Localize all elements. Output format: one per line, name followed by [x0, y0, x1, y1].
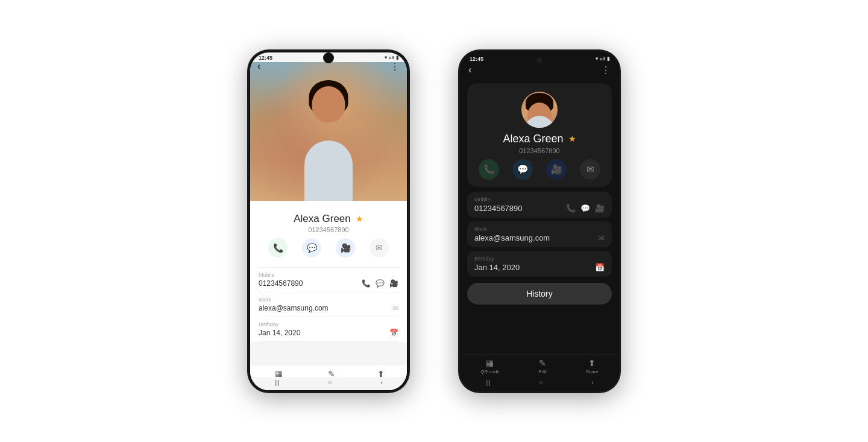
mail-button-dark[interactable]: ✉: [580, 159, 600, 180]
home-nav-dark[interactable]: ○: [539, 379, 543, 386]
message-button-dark[interactable]: 💬: [512, 159, 533, 180]
contact-header-light: Alexa Green ★ 01234567890 📞 💬 🎥 ✉: [259, 207, 398, 268]
top-bar-dark: ‹ ⋮: [461, 63, 618, 78]
home-nav-light[interactable]: ○: [328, 379, 332, 386]
status-icons-light: ▾ ull ▮: [385, 55, 398, 60]
mobile-detail-light: Mobile 01234567890 📞 💬 🎥: [259, 268, 398, 292]
work-detail-light: Work alexa@samsung.com ✉: [259, 292, 398, 317]
contact-name-dark: Alexa Green ★: [503, 133, 576, 145]
share-icon-dark: ⬆: [588, 358, 596, 368]
calendar-mini-dark: 📅: [595, 263, 605, 272]
call-button-dark[interactable]: 📞: [479, 159, 499, 180]
signal-icon: ull: [389, 55, 394, 60]
video-button-light[interactable]: 🎥: [336, 238, 355, 257]
edit-icon-dark: ✎: [539, 358, 546, 368]
qrcode-icon-dark: ▦: [486, 358, 494, 368]
favorite-star-dark[interactable]: ★: [568, 134, 576, 144]
battery-icon: ▮: [396, 55, 398, 60]
menu-nav-dark[interactable]: |||: [485, 379, 491, 386]
back-button-dark[interactable]: ‹: [468, 65, 471, 76]
msg-mini-icon-light[interactable]: 💬: [376, 279, 385, 288]
phone-dark: 12:45 ▾ ull ▮ ‹ ⋮ Alexa Green ★ 01234567…: [458, 49, 621, 393]
more-button-dark[interactable]: ⋮: [601, 65, 611, 76]
video-button-dark[interactable]: 🎥: [546, 159, 567, 180]
contact-content-light: Alexa Green ★ 01234567890 📞 💬 🎥 ✉ Mobile…: [250, 201, 407, 342]
back-button-light[interactable]: ‹: [257, 61, 260, 72]
battery-icon-dark: ▮: [607, 56, 609, 62]
birthday-detail-light: Birthday Jan 14, 2020 📅: [259, 317, 398, 342]
birthday-detail-dark: Birthday Jan 14, 2020 📅: [467, 251, 612, 277]
share-nav-dark[interactable]: ⬆ Share: [585, 358, 598, 374]
birthday-label-light: Birthday: [259, 321, 398, 327]
message-button-light[interactable]: 💬: [302, 238, 321, 257]
action-icons-light: 📞 💬 🎥 ✉: [268, 233, 389, 262]
call-mini-dark[interactable]: 📞: [566, 204, 576, 213]
call-mini-icon-light[interactable]: 📞: [362, 279, 371, 288]
work-value-dark: alexa@samsung.com: [474, 233, 550, 242]
back-nav-dark[interactable]: ‹: [591, 379, 594, 386]
bottom-nav-dark: ▦ QR code ✎ Edit ⬆ Share: [461, 354, 618, 377]
portrait-body: [304, 140, 353, 201]
menu-nav-light[interactable]: |||: [274, 379, 280, 386]
mobile-label-light: Mobile: [259, 272, 398, 278]
action-icons-dark: 📞 💬 🎥 ✉: [479, 159, 600, 180]
time-light: 12:45: [259, 55, 272, 61]
birthday-label-dark: Birthday: [474, 256, 605, 262]
calendar-mini-icon-light: 📅: [389, 329, 398, 337]
mobile-action-icons-light: 📞 💬 🎥: [362, 279, 398, 288]
contact-details-dark: Mobile 01234567890 📞 💬 🎥 Work alexa@sams…: [467, 192, 612, 277]
camera-dot-dark: [536, 57, 542, 63]
work-detail-dark: Work alexa@samsung.com ✉: [467, 221, 612, 247]
work-value-light: alexa@samsung.com: [259, 304, 329, 312]
msg-mini-dark[interactable]: 💬: [580, 204, 590, 213]
contact-photo-light: [250, 62, 407, 201]
mobile-label-dark: Mobile: [474, 197, 605, 203]
work-label-light: Work: [259, 297, 398, 303]
wifi-icon: ▾: [385, 55, 387, 60]
contact-phone-dark: 01234567890: [519, 147, 559, 154]
mail-button-light[interactable]: ✉: [370, 238, 389, 257]
mail-mini-icon-light[interactable]: ✉: [392, 304, 398, 312]
mobile-action-icons-dark: 📞 💬 🎥: [566, 204, 605, 213]
sys-nav-dark: ||| ○ ‹: [461, 377, 618, 390]
video-mini-dark[interactable]: 🎥: [595, 204, 605, 213]
portrait-head: [312, 86, 345, 122]
wifi-icon-dark: ▾: [596, 56, 598, 62]
mobile-value-light: 01234567890: [259, 279, 303, 288]
qrcode-nav-dark[interactable]: ▦ QR code: [480, 358, 500, 374]
birthday-value-light: Jan 14, 2020: [259, 329, 300, 337]
mobile-value-dark: 01234567890: [474, 204, 523, 213]
avatar-dark: [521, 92, 558, 128]
phone-light: 12:45 ▾ ull ▮ ‹ ⋮: [247, 49, 410, 393]
time-dark: 12:45: [470, 56, 483, 62]
contact-card-dark: Alexa Green ★ 01234567890 📞 💬 🎥 ✉: [467, 83, 612, 187]
sys-nav-light: ||| ○ ‹: [250, 377, 407, 390]
history-button[interactable]: History: [467, 283, 612, 305]
birthday-value-dark: Jan 14, 2020: [474, 263, 520, 272]
edit-nav-dark[interactable]: ✎ Edit: [538, 358, 547, 374]
contact-phone-light: 01234567890: [308, 226, 348, 233]
contact-name-light: Alexa Green ★: [294, 213, 363, 225]
camera-notch: [323, 52, 334, 63]
call-button-light[interactable]: 📞: [268, 238, 288, 257]
more-button-light[interactable]: ⋮: [390, 61, 400, 72]
status-icons-dark: ▾ ull ▮: [596, 56, 609, 62]
mobile-detail-dark: Mobile 01234567890 📞 💬 🎥: [467, 192, 612, 218]
signal-icon-dark: ull: [600, 56, 605, 62]
work-label-dark: Work: [474, 226, 605, 232]
mail-mini-dark[interactable]: ✉: [598, 233, 605, 242]
back-nav-light[interactable]: ‹: [380, 379, 383, 386]
favorite-star-light[interactable]: ★: [356, 214, 363, 224]
video-mini-icon-light[interactable]: 🎥: [389, 279, 398, 288]
